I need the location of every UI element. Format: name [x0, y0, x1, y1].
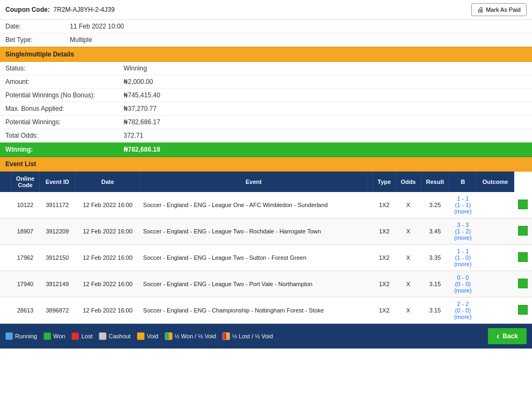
outcome-icon: [518, 226, 528, 236]
total-odds-row: Total Odds: 372.71: [0, 129, 532, 143]
void-label: Void: [147, 333, 158, 339]
row-empty2: [367, 245, 373, 271]
row-result: 0 - 0(0 - 0)(more): [449, 271, 477, 297]
col-odds: Odds: [396, 172, 421, 192]
amount-label: Amount:: [5, 78, 124, 86]
legend: Running Won Lost Cashout Void ½ Won / ½ …: [5, 332, 273, 340]
event-table-wrapper: OnlineCode Event ID Date Event Type Odds…: [0, 172, 532, 324]
total-odds-value: 372.71: [124, 132, 143, 139]
col-result: Result: [421, 172, 449, 192]
amount-row: Amount: ₦2,000.00: [0, 75, 532, 89]
row-empty: [0, 245, 11, 271]
half-won-void-label: ½ Won / ½ Void: [175, 333, 216, 339]
coupon-label: Coupon Code:: [5, 6, 50, 13]
row-outcome: [514, 218, 532, 245]
row-selection: X: [396, 192, 421, 218]
winning-label: Winning:: [5, 146, 124, 153]
bet-type-value: Multiple: [70, 36, 92, 44]
row-date: 12 Feb 2022 16:00: [75, 297, 140, 324]
row-outcome: [514, 297, 532, 324]
row-event-id: 3912149: [40, 271, 75, 297]
running-label: Running: [15, 333, 37, 339]
row-date: 12 Feb 2022 16:00: [75, 218, 140, 245]
half-lost-void-label: ½ Lost / ½ Void: [232, 333, 273, 339]
winning-row: Winning: ₦782,686.18: [0, 143, 532, 157]
row-event: Soccer - England - ENG - League Two - Ro…: [140, 218, 366, 245]
row-selection: X: [396, 218, 421, 245]
row-b: [477, 297, 514, 324]
row-b: [477, 218, 514, 245]
lost-dot: [71, 332, 79, 340]
table-row: 17940 3912149 12 Feb 2022 16:00 Soccer -…: [0, 271, 532, 297]
max-bonus-row: Max. Bonus Applied: ₦37,270.77: [0, 102, 532, 116]
row-empty: [0, 297, 11, 324]
row-empty: [0, 218, 11, 245]
outcome-icon: [518, 252, 528, 262]
row-event-id: 3896872: [40, 297, 75, 324]
row-b: [477, 271, 514, 297]
event-table: OnlineCode Event ID Date Event Type Odds…: [0, 172, 532, 324]
row-empty: [0, 271, 11, 297]
col-empty: [0, 172, 11, 192]
status-row: Status: Winning: [0, 62, 532, 75]
bet-type-label: Bet Type:: [5, 36, 70, 44]
outcome-icon: [518, 279, 528, 288]
row-selection: X: [396, 245, 421, 271]
legend-won: Won: [44, 332, 65, 340]
mark-as-paid-button[interactable]: Mark As Paid: [471, 3, 527, 16]
footer: Running Won Lost Cashout Void ½ Won / ½ …: [0, 324, 532, 349]
col-outcome: Outcome: [477, 172, 514, 192]
winning-value: ₦782,686.18: [124, 146, 160, 153]
potential-no-bonus-label: Potential Winnings (No Bonus):: [5, 91, 124, 99]
row-date: 12 Feb 2022 16:00: [75, 271, 140, 297]
col-online-code: OnlineCode: [11, 172, 40, 192]
won-label: Won: [53, 333, 65, 339]
row-online-code: 28613: [11, 297, 40, 324]
row-online-code: 18907: [11, 218, 40, 245]
table-row: 17962 3912150 12 Feb 2022 16:00 Soccer -…: [0, 245, 532, 271]
status-label: Status:: [5, 65, 124, 72]
won-dot: [44, 332, 51, 340]
row-online-code: 10122: [11, 192, 40, 218]
legend-lost: Lost: [71, 332, 92, 340]
row-selection: X: [396, 271, 421, 297]
row-odds: 3.15: [421, 271, 449, 297]
col-b: B: [449, 172, 477, 192]
event-list-header: Event List: [0, 157, 532, 172]
row-empty2: [367, 218, 373, 245]
row-event: Soccer - England - ENG - League Two - Po…: [140, 271, 366, 297]
row-odds: 3.35: [421, 245, 449, 271]
date-label: Date:: [5, 23, 70, 30]
back-button[interactable]: Back: [488, 328, 527, 344]
row-outcome: [514, 192, 532, 218]
outcome-icon: [518, 305, 528, 315]
row-b: [477, 245, 514, 271]
row-odds: 3.45: [421, 218, 449, 245]
row-online-code: 17940: [11, 271, 40, 297]
top-bar: Coupon Code: 7R2M-AJ8YH-2-4J39 Mark As P…: [0, 0, 532, 20]
half-won-void-dot: [165, 332, 172, 340]
half-lost-void-dot: [222, 332, 230, 340]
legend-running: Running: [5, 332, 37, 340]
row-result: 2 - 2(0 - 0)(more): [449, 297, 477, 324]
status-value: Winning: [124, 65, 147, 72]
row-outcome: [514, 271, 532, 297]
max-bonus-label: Max. Bonus Applied:: [5, 105, 124, 112]
row-odds: 3.25: [421, 192, 449, 218]
cashout-dot: [99, 332, 106, 340]
row-type: 1X2: [373, 192, 396, 218]
coupon-value: 7R2M-AJ8YH-2-4J39: [53, 6, 114, 13]
coupon-code: Coupon Code: 7R2M-AJ8YH-2-4J39: [5, 6, 114, 13]
table-row: 10122 3911172 12 Feb 2022 16:00 Soccer -…: [0, 192, 532, 218]
outcome-icon: [518, 200, 528, 209]
table-row: 28613 3896872 12 Feb 2022 16:00 Soccer -…: [0, 297, 532, 324]
row-type: 1X2: [373, 271, 396, 297]
lost-label: Lost: [81, 333, 92, 339]
row-result: 1 - 1(1 - 0)(more): [449, 245, 477, 271]
single-multiple-header: Single/multiple Details: [0, 47, 532, 62]
col-event: Event: [140, 172, 366, 192]
row-odds: 3.15: [421, 297, 449, 324]
date-row: Date: 11 Feb 2022 10:00: [0, 20, 532, 33]
legend-half-lost-void: ½ Lost / ½ Void: [222, 332, 273, 340]
row-type: 1X2: [373, 245, 396, 271]
